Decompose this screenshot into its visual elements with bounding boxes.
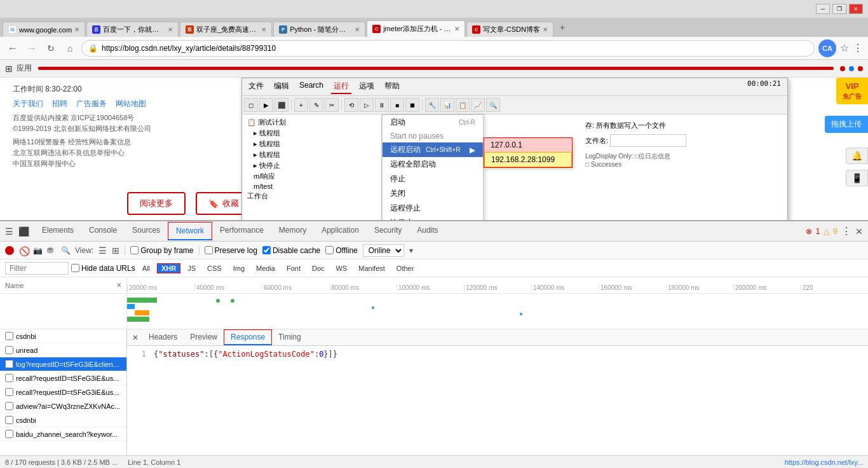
menu-edit[interactable]: 编辑 (271, 79, 292, 94)
tree-item-1[interactable]: ▸ 线程组 (245, 128, 379, 139)
type-doc[interactable]: Doc (308, 263, 329, 273)
menu-search[interactable]: Search (297, 79, 326, 94)
tab-google[interactable]: G www.google.com ✕ (3, 22, 85, 37)
jmeter-btn-12[interactable]: 🔧 (425, 98, 439, 112)
type-css[interactable]: CSS (203, 263, 226, 273)
link-about[interactable]: 关于我们 (13, 99, 43, 109)
type-img[interactable]: Img (229, 263, 249, 273)
request-unread[interactable]: unread (0, 343, 126, 357)
jmeter-btn-15[interactable]: 📈 (471, 98, 485, 112)
tab-write[interactable]: C 写文章-CSDN博客 ✕ (466, 22, 553, 37)
tab-memory[interactable]: Memory (271, 222, 314, 240)
preserve-log-check[interactable]: Preserve log (205, 246, 257, 255)
tab-close-python[interactable]: ✕ (355, 26, 360, 33)
menu-no-pause[interactable]: Start no pauses (383, 130, 483, 142)
camera-btn[interactable]: 📷 (33, 246, 42, 255)
devtools-icon-2[interactable]: ⬛ (18, 226, 29, 237)
tab-python[interactable]: P Python - 随笔分类 - 小... ✕ (273, 22, 365, 37)
link-hire[interactable]: 招聘 (52, 99, 67, 109)
tab-baidu[interactable]: 百 百度一下，你就知道 ✕ (86, 22, 179, 37)
filename-input[interactable] (610, 134, 686, 147)
home-button[interactable]: ⌂ (62, 41, 78, 56)
clear-btn[interactable]: 🚫 (19, 246, 28, 255)
request-csdnbi-1[interactable]: csdnbi (0, 329, 126, 343)
tab-security[interactable]: Security (367, 222, 409, 240)
type-media[interactable]: Media (252, 263, 280, 273)
link-sitemap[interactable]: 网站地图 (116, 99, 146, 109)
menu-stop[interactable]: 停止 (383, 172, 483, 186)
menu-icon[interactable]: ⋮ (853, 42, 863, 54)
new-tab-button[interactable]: + (556, 22, 569, 32)
tab-close-google[interactable]: ✕ (74, 26, 79, 33)
tab-console[interactable]: Console (81, 222, 125, 240)
filter-input[interactable] (5, 262, 69, 275)
tab-close-shuangzi[interactable]: ✕ (261, 26, 266, 33)
type-ws[interactable]: WS (332, 263, 352, 273)
offline-check[interactable]: Offline (325, 246, 357, 255)
menu-start[interactable]: 启动Ctrl-R (383, 115, 483, 130)
r-tab-headers[interactable]: Headers (142, 330, 184, 345)
close-button[interactable]: ✕ (849, 4, 863, 14)
r-tab-preview[interactable]: Preview (184, 330, 224, 345)
devtools-icon-1[interactable]: ☰ (5, 226, 13, 237)
jmeter-btn-10[interactable]: ■ (390, 98, 404, 112)
search-btn[interactable]: 🔍 (61, 246, 70, 255)
menu-remote-start-all[interactable]: 远程全部启动 (383, 157, 483, 172)
jmeter-btn-6[interactable]: ✂ (325, 98, 339, 112)
jmeter-btn-2[interactable]: ▶ (259, 98, 273, 112)
tab-sources[interactable]: Sources (125, 222, 168, 240)
grid-view-icon[interactable]: ⊞ (112, 245, 119, 256)
close-panel-icon[interactable]: ✕ (116, 282, 121, 289)
bell-icon[interactable]: 🔔 (846, 148, 868, 164)
record-btn[interactable] (5, 246, 14, 255)
jmeter-btn-16[interactable]: 🔍 (486, 98, 500, 112)
apps-grid-icon[interactable]: ⊞ (5, 64, 13, 74)
jmeter-btn-1[interactable]: ◻ (244, 98, 258, 112)
type-other[interactable]: Other (392, 263, 419, 273)
close-response-btn[interactable]: ✕ (132, 331, 142, 345)
menu-file[interactable]: 文件 (246, 79, 266, 94)
tree-item-3[interactable]: ▸ 线程组 (245, 149, 379, 160)
request-recall-1[interactable]: recall?requestID=tSFeG3iE&us... (0, 371, 126, 385)
type-js[interactable]: JS (183, 263, 200, 273)
minimize-button[interactable]: ─ (816, 4, 830, 14)
request-baidu[interactable]: baidu_zhannei_search?keywor... (0, 427, 126, 441)
refresh-button[interactable]: ↻ (43, 41, 58, 56)
jmeter-btn-4[interactable]: + (294, 98, 308, 112)
tree-item-workbench[interactable]: 工作台 (245, 191, 379, 202)
type-font[interactable]: Font (282, 263, 305, 273)
filter-icon[interactable]: ⛃ (47, 246, 56, 255)
tree-item-2[interactable]: ▸ 线程组 (245, 139, 379, 149)
back-button[interactable]: ← (5, 41, 20, 56)
tree-item-testplan[interactable]: 📋 测试计划 (245, 117, 379, 128)
restore-button[interactable]: ❐ (832, 4, 846, 14)
vip-badge[interactable]: VIP 免广告 (836, 78, 868, 104)
tab-application[interactable]: Application (314, 222, 367, 240)
phone-icon[interactable]: 📱 (846, 170, 868, 186)
tree-item-4[interactable]: ▸ 快停止 (245, 160, 379, 171)
tab-close-baidu[interactable]: ✕ (168, 26, 173, 33)
tab-performance[interactable]: Performance (212, 222, 271, 240)
type-manifest[interactable]: Manifest (354, 263, 390, 273)
group-by-frame-check[interactable]: Group by frame (130, 246, 193, 255)
type-xhr[interactable]: XHR (157, 263, 180, 273)
throttle-arrow[interactable]: ▾ (409, 246, 413, 255)
request-csdnbi-2[interactable]: csdnbi (0, 413, 126, 427)
link-ad[interactable]: 广告服务 (76, 99, 107, 109)
upload-button[interactable]: 拖拽上传 (825, 116, 868, 133)
tab-jmeter[interactable]: C jmeter添加压力机 - lxy... ✕ (367, 20, 465, 37)
request-adview[interactable]: adview?ai=CWq3rzneZXKvNAc... (0, 399, 126, 413)
jmeter-btn-7[interactable]: ⟲ (344, 98, 358, 112)
r-tab-response[interactable]: Response (224, 329, 272, 345)
throttle-select[interactable]: Online (363, 244, 404, 257)
profile-avatar[interactable]: CA (818, 39, 836, 57)
request-recall-2[interactable]: recall?requestID=tSFeG3iE&us... (0, 385, 126, 399)
disable-cache-check[interactable]: Disable cache (262, 246, 320, 255)
devtools-more[interactable]: ⋮ (841, 225, 851, 237)
jmeter-btn-3[interactable]: ⬛ (275, 98, 288, 112)
type-all[interactable]: All (138, 263, 154, 273)
menu-remote-start[interactable]: 远程启动 Ctrl+Shift+R ▶ (383, 142, 483, 157)
devtools-close[interactable]: ✕ (855, 226, 863, 237)
tab-audits[interactable]: Audits (409, 222, 445, 240)
jmeter-btn-11[interactable]: ⏹ (405, 98, 419, 112)
